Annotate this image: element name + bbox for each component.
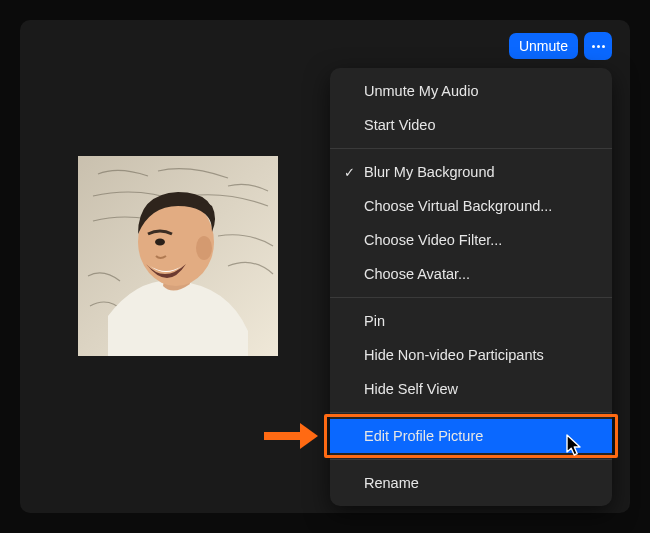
menu-item-rename[interactable]: Rename — [330, 466, 612, 500]
menu-item-choose-avatar[interactable]: Choose Avatar... — [330, 257, 612, 291]
menu-separator — [330, 412, 612, 413]
menu-item-choose-video-filter[interactable]: Choose Video Filter... — [330, 223, 612, 257]
menu-item-start-video[interactable]: Start Video — [330, 108, 612, 142]
tile-controls: Unmute — [509, 32, 612, 60]
profile-picture — [78, 156, 278, 356]
more-options-button[interactable] — [584, 32, 612, 60]
menu-item-blur-my-background[interactable]: Blur My Background — [330, 155, 612, 189]
menu-separator — [330, 148, 612, 149]
menu-item-pin[interactable]: Pin — [330, 304, 612, 338]
svg-point-3 — [196, 236, 212, 260]
menu-separator — [330, 459, 612, 460]
menu-item-choose-virtual-background[interactable]: Choose Virtual Background... — [330, 189, 612, 223]
svg-point-4 — [155, 239, 165, 246]
callout-arrow-icon — [264, 423, 318, 449]
ellipsis-icon — [592, 45, 595, 48]
menu-item-hide-non-video-participants[interactable]: Hide Non-video Participants — [330, 338, 612, 372]
unmute-button[interactable]: Unmute — [509, 33, 578, 59]
menu-separator — [330, 297, 612, 298]
menu-item-hide-self-view[interactable]: Hide Self View — [330, 372, 612, 406]
menu-item-unmute-my-audio[interactable]: Unmute My Audio — [330, 74, 612, 108]
video-tile: Unmute — [20, 20, 630, 513]
menu-item-edit-profile-picture[interactable]: Edit Profile Picture — [330, 419, 612, 453]
context-menu: Unmute My AudioStart VideoBlur My Backgr… — [330, 68, 612, 506]
